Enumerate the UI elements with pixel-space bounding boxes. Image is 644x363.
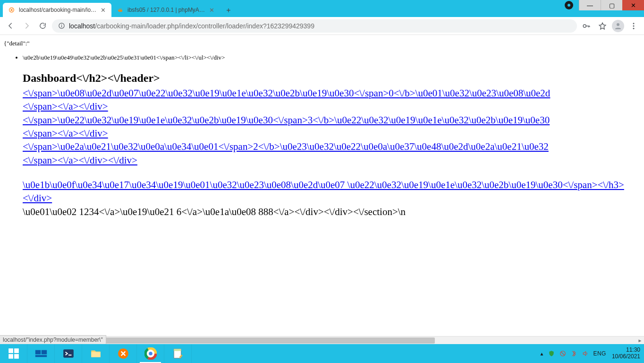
clock-time: 11:30 — [612, 347, 640, 354]
svg-rect-8 — [8, 348, 13, 353]
window-minimize-button[interactable]: — — [579, 0, 601, 10]
svg-rect-12 — [35, 350, 40, 354]
clock-date: 10/06/2021 — [612, 354, 640, 360]
chrome-taskbar-icon[interactable] — [137, 344, 164, 363]
scroll-right-icon[interactable]: ► — [636, 337, 644, 344]
tab-active-close-icon[interactable]: ✕ — [100, 7, 107, 14]
new-tab-button[interactable]: + — [222, 4, 235, 17]
system-tray: ▲ ENG 11:30 10/06/2021 — [540, 344, 644, 363]
stop-tray-icon[interactable] — [559, 350, 567, 357]
back-button[interactable] — [4, 19, 17, 33]
link-hover-statusbar: localhost/"index.php?module=member\" — [0, 335, 106, 344]
tray-overflow-icon[interactable]: ▲ — [540, 351, 544, 356]
svg-rect-13 — [41, 350, 46, 354]
tab-phpmyadmin-close-icon[interactable]: ✕ — [208, 7, 215, 14]
svg-point-5 — [633, 23, 635, 24]
browser-toolbar: localhost/carbooking-main/loader.php/ind… — [0, 17, 644, 35]
bullet-list: \u0e2b\u0e19\u0e49\u0e32\u0e2b\u0e25\u0e… — [23, 54, 640, 61]
escaped-html-block: Dashboard<\/h2><\/header> <\/span>\u0e08… — [23, 72, 640, 218]
svg-rect-1 — [61, 25, 61, 27]
escaped-link-line[interactable]: <\/span><\/a><\/div> — [23, 100, 640, 113]
tab-active-title: localhost/carbooking-main/load — [19, 7, 97, 13]
file-explorer-taskbar-icon[interactable] — [82, 344, 110, 363]
xampp-taskbar-icon[interactable] — [110, 344, 137, 363]
svg-rect-25 — [174, 349, 181, 351]
page-body: {"detail":" \u0e2b\u0e19\u0e49\u0e32\u0e… — [0, 35, 644, 218]
tabs-region: ⓧ localhost/carbooking-main/load ✕ 🛳 ibs… — [0, 0, 235, 17]
powershell-taskbar-icon[interactable] — [55, 344, 82, 363]
volume-tray-icon[interactable] — [582, 350, 589, 357]
taskbar-apps — [0, 344, 192, 363]
task-view-button[interactable] — [27, 344, 55, 363]
escaped-link-line[interactable]: <\/span><\/a><\/div> — [23, 127, 640, 140]
svg-point-3 — [583, 25, 586, 27]
start-button[interactable] — [0, 344, 27, 363]
escaped-link-line[interactable]: <\/div> — [23, 191, 640, 205]
svg-point-4 — [617, 23, 619, 26]
dashboard-heading-text: Dashboard<\/h2><\/header> — [23, 72, 640, 85]
svg-rect-14 — [35, 355, 46, 357]
forward-button[interactable] — [20, 19, 33, 33]
escaped-link-line[interactable]: <\/span>\u0e22\u0e32\u0e19\u0e1e\u0e32\u… — [23, 113, 640, 127]
reload-button[interactable] — [36, 19, 49, 33]
bookmark-star-icon[interactable] — [596, 19, 609, 33]
svg-rect-2 — [61, 24, 61, 25]
profile-avatar[interactable] — [612, 20, 624, 32]
phpmyadmin-favicon-icon: 🛳 — [116, 6, 124, 14]
tab-phpmyadmin[interactable]: 🛳 ibsfs05 / 127.0.0.1 | phpMyAdmin ✕ — [111, 3, 220, 17]
list-item: \u0e2b\u0e19\u0e49\u0e32\u0e2b\u0e25\u0e… — [23, 54, 640, 61]
window-maximize-button[interactable]: ▢ — [601, 0, 622, 10]
escaped-link-line[interactable]: \u0e1b\u0e0f\u0e34\u0e17\u0e34\u0e19\u0e… — [23, 178, 640, 191]
browser-tabstrip: ⓧ localhost/carbooking-main/load ✕ 🛳 ibs… — [0, 0, 644, 17]
svg-rect-9 — [14, 348, 19, 353]
page-viewport: {"detail":" \u0e2b\u0e19\u0e49\u0e32\u0e… — [0, 35, 644, 344]
chrome-account-indicator-icon[interactable] — [565, 1, 573, 9]
security-tray-icon[interactable] — [548, 350, 555, 357]
svg-rect-11 — [14, 354, 19, 359]
kebab-menu-icon[interactable] — [627, 19, 640, 33]
taskbar-clock[interactable]: 11:30 10/06/2021 — [612, 347, 640, 360]
address-host: localhost/carbooking-main/loader.php/ind… — [69, 22, 314, 30]
bluetooth-tray-icon[interactable] — [570, 350, 578, 357]
escaped-link-line[interactable]: <\/span>\u0e2a\u0e21\u0e32\u0e0a\u0e34\u… — [23, 140, 640, 153]
address-bar[interactable]: localhost/carbooking-main/loader.php/ind… — [52, 19, 577, 33]
saved-password-key-icon[interactable] — [580, 19, 593, 33]
windows-taskbar: ▲ ENG 11:30 10/06/2021 — [0, 344, 644, 363]
input-language[interactable]: ENG — [593, 350, 606, 357]
tab-active[interactable]: ⓧ localhost/carbooking-main/load ✕ — [3, 3, 111, 17]
svg-point-6 — [633, 25, 635, 26]
json-prefix-text: {"detail":" — [4, 40, 640, 47]
svg-point-7 — [633, 27, 635, 29]
notepadpp-taskbar-icon[interactable] — [164, 344, 192, 363]
escaped-link-line[interactable]: <\/span>\u0e08\u0e2d\u0e07\u0e22\u0e32\u… — [23, 86, 640, 100]
site-info-icon[interactable] — [58, 22, 65, 30]
escaped-link-line[interactable]: <\/span><\/a><\/div><\/div> — [23, 154, 640, 167]
svg-rect-15 — [63, 349, 74, 357]
svg-rect-10 — [8, 354, 13, 359]
escaped-plain-line: \u0e01\u0e02 1234<\/a>\u0e19\u0e21 6<\/a… — [23, 206, 640, 218]
xampp-favicon-icon: ⓧ — [8, 6, 15, 14]
svg-rect-16 — [91, 352, 101, 357]
window-close-button[interactable]: ✕ — [622, 0, 644, 10]
tab-phpmyadmin-title: ibsfs05 / 127.0.0.1 | phpMyAdmin — [127, 7, 205, 13]
